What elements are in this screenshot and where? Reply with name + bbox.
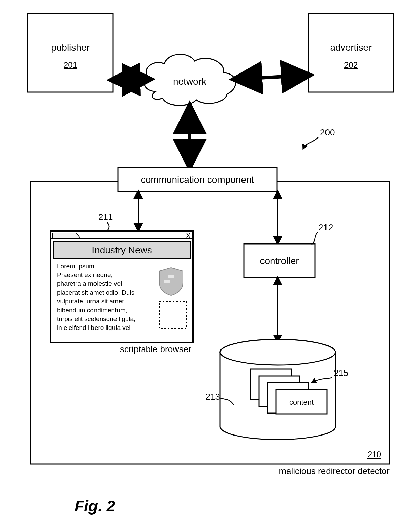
advertiser-box: advertiser 202 (308, 14, 394, 92)
publisher-label: publisher (51, 42, 90, 53)
browser-window: 211 _ x Industry News Lorem Ipsum Praese… (51, 212, 193, 343)
controller-box: controller 212 (244, 222, 333, 278)
detector-caption: malicious redirector detector (279, 466, 390, 476)
svg-text:Praesent ex neque,: Praesent ex neque, (57, 271, 113, 278)
svg-text:pharetra a molestie vel,: pharetra a molestie vel, (57, 280, 124, 287)
comm-label: communication component (141, 174, 254, 185)
svg-text:bibendum condimentum,: bibendum condimentum, (57, 306, 127, 314)
browser-ref: 211 (98, 212, 113, 222)
detector-ref: 210 (368, 450, 381, 459)
db-ref: 213 (206, 391, 220, 402)
browser-window-controls: _ x (179, 230, 190, 239)
svg-rect-0 (28, 14, 113, 92)
publisher-box: publisher 201 (28, 14, 113, 92)
system-ref: 200 (303, 127, 335, 149)
database: con content 213 215 (206, 339, 349, 440)
svg-text:vulputate, urna sit amet: vulputate, urna sit amet (57, 298, 124, 305)
browser-caption: scriptable browser (120, 344, 191, 354)
svg-text:Lorem Ipsum: Lorem Ipsum (57, 262, 94, 270)
svg-point-19 (220, 339, 335, 365)
advertiser-label: advertiser (330, 42, 372, 53)
network-cloud: network (144, 54, 236, 105)
browser-title: Industry News (92, 245, 152, 255)
shield-icon (159, 268, 183, 295)
svg-rect-15 (168, 275, 174, 278)
svg-text:turpis elit scelerisque ligula: turpis elit scelerisque ligula, (57, 315, 135, 322)
svg-text:200: 200 (320, 127, 335, 137)
network-label: network (173, 76, 207, 87)
controller-label: controller (260, 256, 299, 266)
svg-text:placerat sit amet odio. Duis: placerat sit amet odio. Duis (57, 289, 134, 296)
content-ref: 215 (334, 368, 348, 378)
svg-text:in eleifend libero ligula vel: in eleifend libero ligula vel (57, 324, 131, 331)
content-label: content (289, 398, 314, 406)
arrow-advertiser-network (235, 75, 308, 79)
arrow-publisher-network (113, 79, 149, 80)
figure-label: Fig. 2 (75, 497, 115, 515)
svg-rect-16 (164, 280, 170, 283)
controller-ref: 212 (318, 222, 333, 232)
publisher-ref: 201 (64, 60, 77, 69)
diagram-canvas: publisher 201 advertiser 202 network 200… (0, 0, 420, 530)
advertiser-ref: 202 (344, 60, 358, 69)
comm-box: communication component (118, 168, 277, 191)
svg-rect-1 (308, 14, 394, 92)
